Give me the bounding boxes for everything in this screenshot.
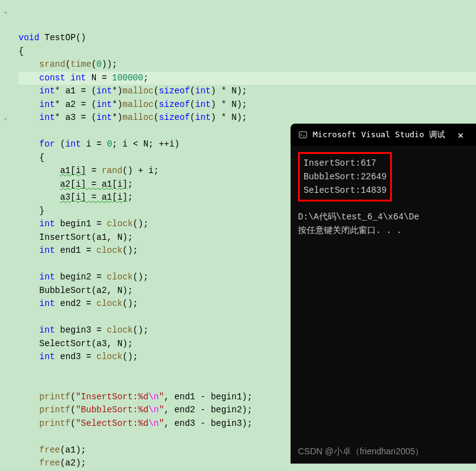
watermark-text: CSDN @小卓（friendhan2005） <box>298 446 423 457</box>
debug-console-window: Microsoft Visual Studio 调试 ✕ InsertSort:… <box>291 124 476 464</box>
console-prompt-line: 按任意键关闭此窗口. . . <box>298 224 469 237</box>
console-titlebar[interactable]: Microsoft Visual Studio 调试 ✕ <box>291 124 476 146</box>
console-output-line: SelectSort:14839 <box>304 184 386 197</box>
console-output-line: InsertSort:617 <box>304 156 386 170</box>
collapse-icon[interactable]: ⌄ <box>4 111 7 125</box>
close-icon[interactable]: ✕ <box>453 129 469 141</box>
console-title: Microsoft Visual Studio 调试 <box>313 129 453 140</box>
console-body[interactable]: InsertSort:617 BubbleSort:22649 SelectSo… <box>291 146 476 244</box>
svg-rect-0 <box>299 132 307 138</box>
collapse-icon[interactable]: ⌄ <box>4 5 7 19</box>
console-output-line: BubbleSort:22649 <box>304 170 386 184</box>
output-highlight-box: InsertSort:617 BubbleSort:22649 SelectSo… <box>298 152 392 202</box>
console-path-line: D:\A代码\test_6_4\x64\De <box>298 210 469 224</box>
terminal-icon <box>298 130 308 140</box>
editor-gutter: ⌄ ⌄ <box>0 0 15 471</box>
